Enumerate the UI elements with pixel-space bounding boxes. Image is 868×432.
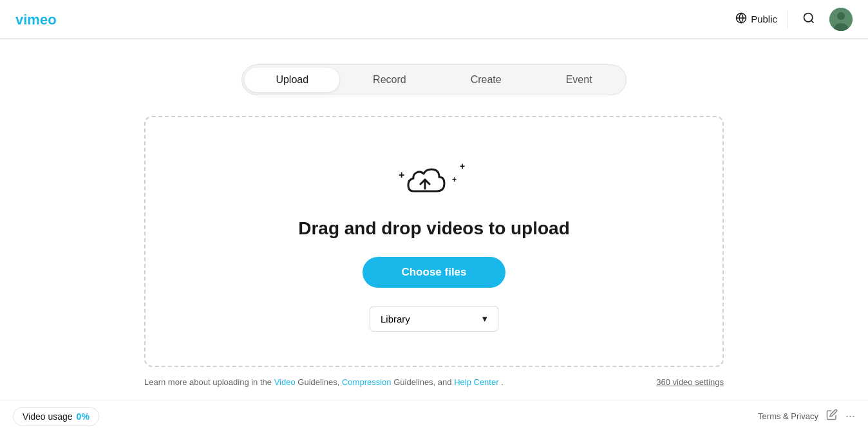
svg-text:+: + xyxy=(399,169,404,180)
svg-text:+: + xyxy=(460,161,465,171)
svg-line-4 xyxy=(811,21,814,23)
cloud-upload-icon: + + + xyxy=(395,151,473,203)
library-dropdown[interactable]: Library My Videos Team Videos xyxy=(381,314,482,324)
search-icon xyxy=(802,12,815,26)
header-left: vimeo xyxy=(15,10,67,28)
upload-dropzone[interactable]: + + + Drag and drop videos to upload Cho… xyxy=(144,116,724,367)
video-usage-label: Video usage xyxy=(23,411,73,422)
bottom-bar: Video usage 0% Terms & Privacy ··· xyxy=(0,400,868,432)
footer-info: Learn more about uploading in the Video … xyxy=(144,377,724,387)
ellipsis-icon: ··· xyxy=(845,409,855,423)
pencil-icon xyxy=(826,409,838,424)
compression-guidelines-link[interactable]: Compression xyxy=(342,377,392,387)
main-content: Upload Record Create Event + + + Drag an… xyxy=(0,39,868,424)
video-guidelines-link[interactable]: Video xyxy=(274,377,296,387)
bottom-right: Terms & Privacy ··· xyxy=(758,409,855,424)
usage-percentage: 0% xyxy=(77,411,90,422)
public-button[interactable]: Public xyxy=(735,12,777,26)
learn-more-text: Learn more about uploading in the Video … xyxy=(144,377,504,387)
svg-point-6 xyxy=(837,12,845,20)
more-options-button[interactable]: ··· xyxy=(845,409,855,423)
video-settings-link[interactable]: 360 video settings xyxy=(656,377,724,387)
library-selector[interactable]: Library My Videos Team Videos ▾ xyxy=(370,306,498,332)
chevron-down-icon: ▾ xyxy=(482,313,487,324)
choose-files-button[interactable]: Choose files xyxy=(363,257,505,288)
video-usage-widget: Video usage 0% xyxy=(13,407,99,426)
header: vimeo Public xyxy=(0,0,868,39)
svg-point-3 xyxy=(804,14,813,22)
header-divider xyxy=(788,10,788,28)
tab-create[interactable]: Create xyxy=(440,68,533,92)
search-button[interactable] xyxy=(798,8,819,30)
tab-upload[interactable]: Upload xyxy=(245,68,339,92)
tab-record[interactable]: Record xyxy=(342,68,437,92)
globe-icon xyxy=(735,12,747,26)
drag-drop-text: Drag and drop videos to upload xyxy=(298,218,570,239)
header-right: Public xyxy=(735,8,853,31)
svg-text:vimeo: vimeo xyxy=(15,12,57,28)
edit-button[interactable] xyxy=(826,409,838,424)
upload-tabs: Upload Record Create Event xyxy=(241,64,626,95)
public-label: Public xyxy=(751,14,777,24)
vimeo-logo: vimeo xyxy=(15,10,67,28)
terms-privacy-link[interactable]: Terms & Privacy xyxy=(758,411,818,421)
svg-text:+: + xyxy=(452,175,457,184)
avatar[interactable] xyxy=(829,8,853,31)
help-center-link[interactable]: Help Center xyxy=(454,377,498,387)
tab-event[interactable]: Event xyxy=(535,68,623,92)
